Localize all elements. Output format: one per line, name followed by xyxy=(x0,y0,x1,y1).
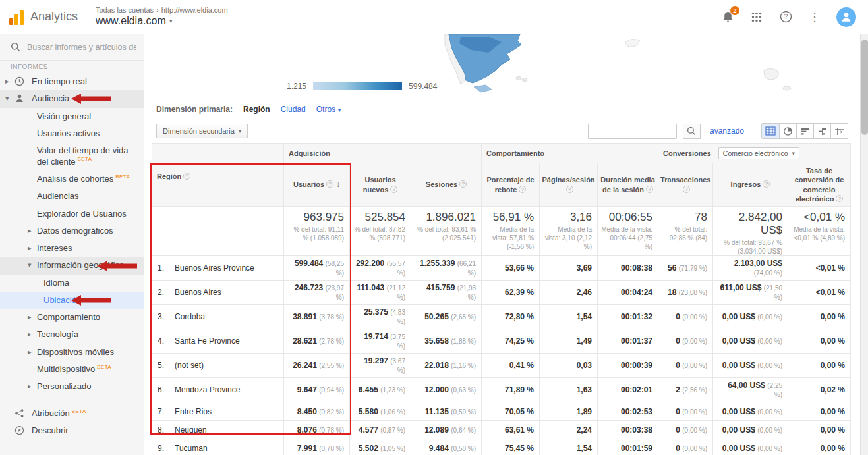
help-icon[interactable]: ? xyxy=(763,180,770,188)
chevron-down-icon: ▾ xyxy=(169,17,173,26)
column-header-usuarios-nuevos[interactable]: Usuarios nuevos? xyxy=(350,163,411,207)
discover-icon xyxy=(14,425,24,438)
table-row[interactable]: 1.Buenos Aires Province599.484 (58,25 %)… xyxy=(152,256,851,281)
table-row[interactable]: 9.Tucuman7.991 (0,78 %)5.502 (1,05 %)9.4… xyxy=(152,439,851,455)
scrollbar-thumb[interactable] xyxy=(861,40,868,135)
help-icon[interactable]: ? xyxy=(566,186,573,193)
table-search-input[interactable] xyxy=(588,124,677,139)
help-icon[interactable]: ? xyxy=(390,186,397,193)
table-search-button[interactable] xyxy=(683,124,701,139)
region-name[interactable]: Buenos Aires Province xyxy=(175,263,254,273)
table-row[interactable]: 6.Mendoza Province9.647 (0,94 %)6.455 (1… xyxy=(152,378,851,402)
column-header-paginas-sesion[interactable]: Páginas/sesión? xyxy=(540,163,598,207)
table-row[interactable]: 3.Cordoba38.891 (3,78 %)25.375 (4,83 %)5… xyxy=(152,305,851,329)
search-input[interactable] xyxy=(27,43,136,52)
beta-badge: BETA xyxy=(72,408,86,414)
column-header-usuarios[interactable]: Usuarios?↓ xyxy=(284,163,350,207)
sidebar-item-intereses[interactable]: ▸Intereses xyxy=(0,240,144,257)
group-header-conversiones: Conversiones Comercio electrónico ▾ xyxy=(658,144,851,163)
metric-cell: 19.297 (3,67 %) xyxy=(350,354,411,378)
vertical-scrollbar[interactable] xyxy=(860,34,868,455)
pivot-view-button[interactable] xyxy=(830,124,848,138)
table-row[interactable]: 5.(not set)26.241 (2,55 %)19.297 (3,67 %… xyxy=(152,354,851,378)
metric-cell: 0,00 US$ (0,00 %) xyxy=(713,421,788,439)
sidebar-item-dispositivos-mo-viles[interactable]: ▸Dispositivos móviles xyxy=(0,344,144,361)
more-options-button[interactable]: ⋮ xyxy=(807,10,822,24)
column-header-ingresos[interactable]: Ingresos? xyxy=(713,163,788,207)
avatar[interactable] xyxy=(836,7,856,27)
table-row[interactable]: 8.Neuquen8.076 (0,78 %)4.577 (0,87 %)12.… xyxy=(152,421,851,439)
metric-cell: 0,00 US$ (0,00 %) xyxy=(713,305,788,329)
sidebar-item-comportamiento[interactable]: ▸Comportamiento xyxy=(0,309,144,326)
breadcrumb[interactable]: Todas las cuentas›http://www.eldia.com xyxy=(96,6,228,15)
secondary-dimension-button[interactable]: Dimensión secundaria ▾ xyxy=(156,124,248,138)
table-row[interactable]: 7.Entre Rios8.450 (0,82 %)5.580 (1,06 %)… xyxy=(152,402,851,421)
table-row[interactable]: 2.Buenos Aires246.723 (23,97 %)111.043 (… xyxy=(152,281,851,305)
performance-view-button[interactable] xyxy=(796,124,813,138)
help-icon[interactable]: ? xyxy=(459,180,467,188)
column-header-transacciones[interactable]: Transacciones? xyxy=(658,163,713,207)
sidebar-item-audiencia[interactable]: ▾Audiencia xyxy=(0,90,144,107)
region-name[interactable]: Neuquen xyxy=(175,425,207,435)
region-name[interactable]: Tucuman xyxy=(175,444,208,453)
help-icon[interactable]: ? xyxy=(683,186,690,193)
column-header-tasa-conversion[interactable]: Tasa de conversión de comercio electróni… xyxy=(788,163,851,207)
sidebar-item-ubicacio-n[interactable]: Ubicación xyxy=(0,292,144,309)
apps-grid-icon xyxy=(751,11,763,23)
dimension-region[interactable]: Región xyxy=(243,105,270,114)
table-row[interactable]: 4.Santa Fe Province28.621 (2,78 %)19.714… xyxy=(152,329,851,354)
sidebar-item-multidispositivo[interactable]: MultidispositivoBETA xyxy=(0,361,144,379)
chevron-right-icon: ▸ xyxy=(28,227,32,236)
help-circle-icon: ? xyxy=(780,11,792,23)
conversions-type-select[interactable]: Comercio electrónico ▾ xyxy=(718,147,799,159)
sidebar-item-datos-demogra-ficos[interactable]: ▸Datos demográficos xyxy=(0,223,144,240)
row-index: 3. xyxy=(158,312,175,321)
region-name[interactable]: Entre Rios xyxy=(175,407,212,416)
sidebar-item-idioma[interactable]: Idioma xyxy=(0,275,144,292)
sidebar-item-en-tiempo-real[interactable]: ▸En tiempo real xyxy=(0,73,144,90)
dimension-otros[interactable]: Otros ▾ xyxy=(316,105,341,114)
sidebar-search[interactable] xyxy=(0,34,144,61)
sidebar-item-audiencias[interactable]: Audiencias xyxy=(0,188,144,205)
sidebar-item-atribucio-n[interactable]: AtribuciónBETA xyxy=(0,405,144,423)
apps-grid-button[interactable] xyxy=(749,10,764,24)
chevron-right-icon: ▸ xyxy=(5,77,9,86)
analytics-logo[interactable]: Analytics xyxy=(0,9,96,25)
percentage-view-button[interactable] xyxy=(779,124,796,138)
metric-cell: 00:00:39 xyxy=(598,354,658,378)
region-name[interactable]: Santa Fe Province xyxy=(175,336,240,346)
table-view-button[interactable] xyxy=(762,124,779,138)
help-icon[interactable]: ? xyxy=(646,186,653,193)
advanced-link[interactable]: avanzado xyxy=(710,126,744,136)
sidebar-item-usuarios-activos[interactable]: Usuarios activos xyxy=(0,125,144,142)
help-icon[interactable]: ? xyxy=(836,195,843,202)
sidebar-item-visio-n-general[interactable]: Visión general xyxy=(0,108,144,125)
help-icon[interactable]: ? xyxy=(183,173,190,180)
group-header-adquisicion: Adquisición xyxy=(284,144,482,163)
sidebar-item-personalizado[interactable]: ▸Personalizado xyxy=(0,378,144,395)
metric-cell: 0 (0,00 %) xyxy=(658,421,713,439)
sidebar-item-explorador-de-usuarios[interactable]: Explorador de Usuarios xyxy=(0,205,144,223)
column-header-rebote[interactable]: Porcentaje de rebote? xyxy=(482,163,540,207)
column-header-sesiones[interactable]: Sesiones? xyxy=(411,163,482,207)
region-name[interactable]: (not set) xyxy=(175,361,204,370)
help-icon[interactable]: ? xyxy=(326,180,333,188)
metric-cell: 1,49 xyxy=(540,329,598,354)
notifications-button[interactable]: 2 xyxy=(720,10,735,24)
sidebar-item-tecnologi-a[interactable]: ▸Tecnología xyxy=(0,326,144,343)
comparison-view-button[interactable] xyxy=(813,124,830,138)
sidebar-item-informacio-n-geogra-fica[interactable]: ▾Información geográfica xyxy=(0,257,144,274)
sidebar-item-ana-lisis-de-cohortes[interactable]: Análisis de cohortesBETA xyxy=(0,171,144,188)
column-header-duracion[interactable]: Duración media de la sesión? xyxy=(598,163,658,207)
region-name[interactable]: Mendoza Province xyxy=(175,385,240,394)
map-visualization[interactable] xyxy=(408,34,803,100)
help-icon[interactable]: ? xyxy=(519,186,526,193)
help-button[interactable]: ? xyxy=(778,10,793,24)
column-header-region[interactable]: Región? xyxy=(152,144,284,207)
sidebar-item-valor-del-tiempo-de-vida-del-cliente[interactable]: Valor del tiempo de vida del clienteBETA xyxy=(0,142,144,171)
dimension-ciudad[interactable]: Ciudad xyxy=(281,105,306,114)
sidebar-item-descubrir[interactable]: Descubrir xyxy=(0,422,144,439)
account-selector[interactable]: www.eldia.com ▾ xyxy=(96,14,228,28)
region-name[interactable]: Cordoba xyxy=(175,312,205,321)
region-name[interactable]: Buenos Aires xyxy=(175,288,221,297)
